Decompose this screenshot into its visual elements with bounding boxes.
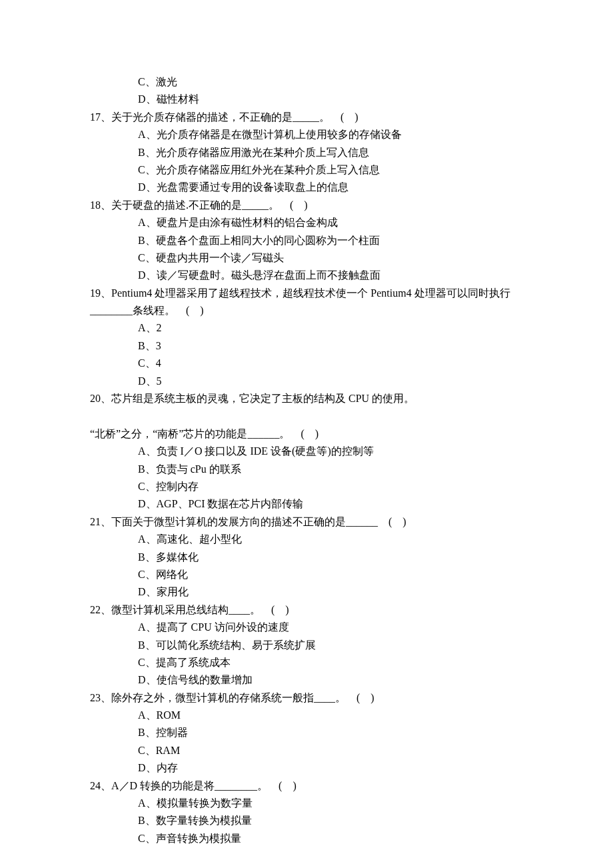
answer-option: D、使信号线的数量增加 [90,671,523,689]
answer-option: B、控制器 [90,724,523,741]
answer-option: B、负责与 cPu 的联系 [90,461,523,478]
answer-option: C、硬盘内共用一个读／写磁头 [90,249,523,267]
question-line: 20、芯片组是系统主板的灵魂，它决定了主板的结构及 CPU 的使用。 [90,390,523,407]
question-line: 19、Pentium4 处理器采用了超线程技术，超线程技术使一个 Pentium… [90,285,523,302]
answer-option: A、提高了 CPU 访问外设的速度 [90,619,523,636]
answer-option: B、可以简化系统结构、易于系统扩展 [90,637,523,654]
question-line [90,407,523,425]
answer-option: D、家用化 [90,583,523,601]
answer-option: A、模拟量转换为数字量 [90,795,523,812]
question-line: “北桥”之分，“南桥”芯片的功能是______。 ( ) [90,425,523,443]
answer-option: A、硬盘片是由涂有磁性材料的铝合金构成 [90,214,523,231]
answer-option: C、网络化 [90,566,523,583]
question-line: 23、除外存之外，微型计算机的存储系统一般指____。 ( ) [90,689,523,707]
answer-option: B、硬盘各个盘面上相同大小的同心圆称为一个柱面 [90,232,523,249]
answer-option: D、磁性材料 [90,91,523,108]
answer-option: C、4 [90,355,523,372]
answer-option: D、读／写硬盘时。磁头悬浮在盘面上而不接触盘面 [90,267,523,284]
answer-option: A、高速化、超小型化 [90,531,523,548]
answer-option: B、3 [90,337,523,355]
question-line: 18、关于硬盘的描述.不正确的是_____。 ( ) [90,197,523,214]
answer-option: A、ROM [90,707,523,724]
question-line: ________条线程。 ( ) [90,302,523,319]
answer-option: D、内存 [90,759,523,777]
answer-option: C、声音转换为模拟量 [90,830,523,847]
document-page: C、激光D、磁性材料17、关于光介质存储器的描述，不正确的是_____。 ( )… [0,0,613,868]
question-line: 21、下面关于微型计算机的发展方向的描述不正确的是______ ( ) [90,513,523,531]
answer-option: B、数字量转换为模拟量 [90,812,523,829]
answer-option: C、光介质存储器应用红外光在某种介质上写入信息 [90,161,523,179]
question-line: 17、关于光介质存储器的描述，不正确的是_____。 ( ) [90,109,523,126]
answer-option: A、2 [90,319,523,337]
question-line: 22、微型计算机采用总线结构____。 ( ) [90,601,523,619]
answer-option: C、提高了系统成本 [90,654,523,671]
answer-option: D、光盘需要通过专用的设备读取盘上的信息 [90,179,523,196]
question-line: 24、A／D 转换的功能是将________。 ( ) [90,777,523,795]
answer-option: C、控制内存 [90,478,523,495]
answer-option: C、RAM [90,742,523,759]
answer-option: D、5 [90,373,523,390]
answer-option: B、光介质存储器应用激光在某种介质上写入信息 [90,144,523,161]
answer-option: D、AGP、PCI 数据在芯片内部传输 [90,495,523,513]
answer-option: B、多媒体化 [90,549,523,566]
answer-option: A、负责 I／O 接口以及 IDE 设备(硬盘等)的控制等 [90,443,523,460]
answer-option: A、光介质存储器是在微型计算机上使用较多的存储设备 [90,126,523,143]
answer-option: C、激光 [90,73,523,91]
